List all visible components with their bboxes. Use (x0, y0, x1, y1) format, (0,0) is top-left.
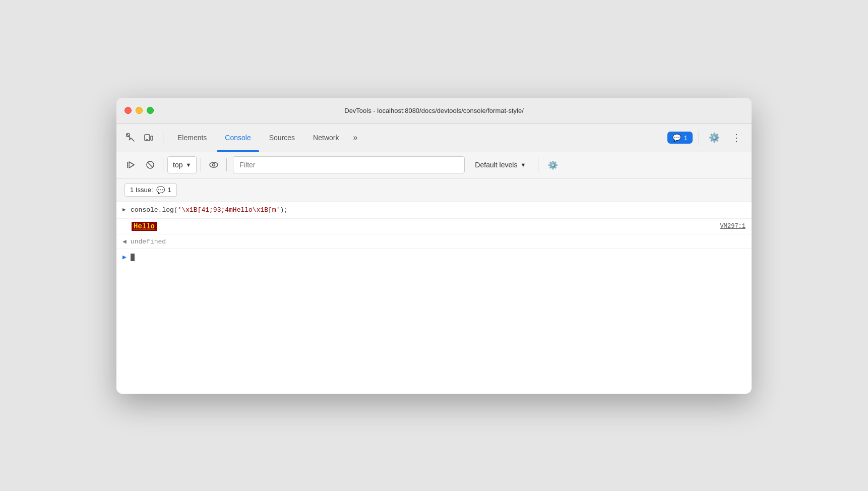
svg-rect-2 (151, 136, 153, 140)
tab-bar-right: 💬 1 ⚙️ ⋮ (667, 129, 746, 147)
console-content: ▶ console.log('\x1B[41;93;4mHello\x1B[m'… (116, 202, 752, 394)
string-argument: '\x1B[41;93;4mHello\x1B[m' (178, 206, 280, 214)
console-settings-icon[interactable]: ⚙️ (544, 156, 562, 173)
maximize-button[interactable] (147, 107, 154, 114)
traffic-lights (125, 107, 154, 114)
default-levels-button[interactable]: Default levels ▼ (469, 156, 532, 173)
tab-separator-1 (163, 131, 163, 145)
hello-output-row: Hello VM297:1 (116, 219, 752, 234)
expand-arrow[interactable]: ▶ (122, 205, 131, 213)
svg-line-7 (148, 162, 153, 168)
tab-console[interactable]: Console (217, 128, 259, 148)
issues-bar: 1 Issue: 💬 1 (116, 178, 752, 202)
filter-input-wrap (233, 156, 465, 173)
settings-icon[interactable]: ⚙️ (705, 129, 723, 147)
close-button[interactable] (125, 107, 132, 114)
pill-chat-icon: 💬 (156, 186, 165, 194)
more-options-icon[interactable]: ⋮ (727, 129, 746, 147)
return-arrow-icon: ◀ (122, 237, 127, 245)
undefined-text: undefined (131, 238, 166, 245)
window-title: DevTools - localhost:8080/docs/devtools/… (344, 107, 524, 114)
chat-icon: 💬 (672, 134, 681, 142)
title-bar: DevTools - localhost:8080/docs/devtools/… (116, 98, 752, 124)
prompt-arrow-icon: ▶ (122, 253, 127, 261)
devtools-window: DevTools - localhost:8080/docs/devtools/… (116, 98, 752, 394)
tab-sources[interactable]: Sources (261, 128, 303, 148)
tab-elements[interactable]: Elements (169, 128, 215, 148)
toolbar-sep-3 (226, 158, 227, 171)
issues-pill[interactable]: 1 Issue: 💬 1 (125, 183, 177, 197)
console-prompt[interactable]: ▶ (116, 249, 752, 265)
toolbar-sep-2 (201, 158, 201, 171)
cursor (131, 254, 135, 261)
tab-more-button[interactable]: » (349, 130, 361, 145)
inspect-icon[interactable] (122, 130, 139, 146)
undefined-entry: ◀ undefined (116, 234, 752, 249)
eye-icon-button[interactable] (205, 156, 222, 173)
console-log-text: console.log('\x1B[41;93;4mHello\x1B[m'); (131, 205, 746, 216)
chevron-down-icon-levels: ▼ (520, 162, 526, 168)
toolbar-sep-1 (163, 158, 163, 171)
vm-link[interactable]: VM297:1 (720, 223, 746, 230)
tab-bar: Elements Console Sources Network » 💬 1 ⚙… (116, 124, 752, 152)
issues-badge[interactable]: 💬 1 (667, 132, 693, 144)
context-selector[interactable]: top ▼ (167, 156, 197, 173)
toolbar-right-sep (538, 158, 538, 171)
device-icon[interactable] (141, 130, 157, 146)
svg-point-9 (213, 164, 215, 166)
block-button[interactable] (142, 156, 159, 173)
svg-marker-4 (129, 162, 134, 168)
console-log-entry: ▶ console.log('\x1B[41;93;4mHello\x1B[m'… (116, 202, 752, 219)
svg-point-8 (210, 162, 218, 167)
minimize-button[interactable] (136, 107, 143, 114)
chevron-down-icon: ▼ (185, 162, 191, 168)
clear-console-button[interactable] (122, 156, 140, 173)
tab-network[interactable]: Network (305, 128, 347, 148)
hello-text: Hello (132, 222, 157, 231)
console-toolbar: top ▼ Default levels ▼ ⚙️ (116, 152, 752, 178)
filter-input[interactable] (233, 156, 465, 173)
separator-1 (699, 131, 699, 145)
